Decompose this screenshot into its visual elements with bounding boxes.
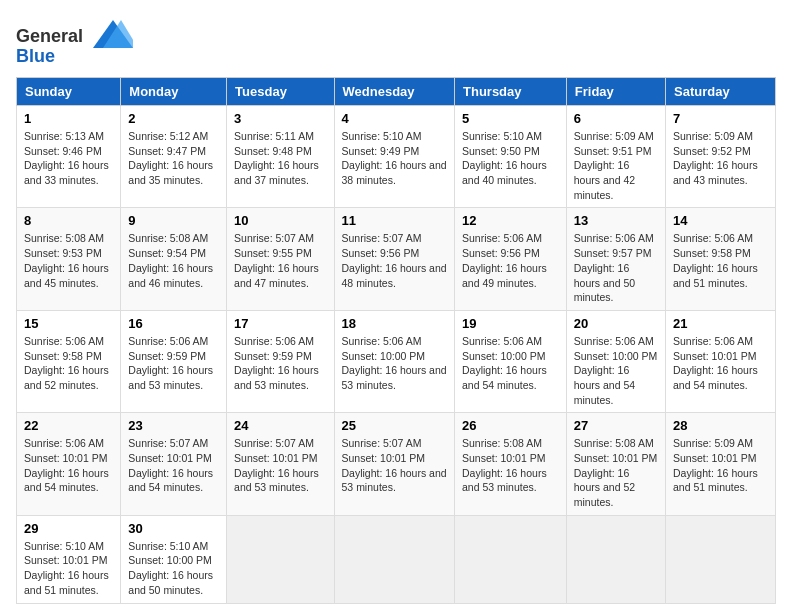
day-detail: Sunrise: 5:10 AM Sunset: 9:49 PM Dayligh… [342, 129, 447, 188]
day-number: 14 [673, 213, 768, 228]
day-detail: Sunrise: 5:07 AM Sunset: 10:01 PM Daylig… [128, 436, 219, 495]
day-number: 21 [673, 316, 768, 331]
table-row: 3 Sunrise: 5:11 AM Sunset: 9:48 PM Dayli… [227, 106, 334, 208]
day-number: 18 [342, 316, 447, 331]
day-detail: Sunrise: 5:07 AM Sunset: 9:55 PM Dayligh… [234, 231, 326, 290]
day-number: 11 [342, 213, 447, 228]
day-number: 29 [24, 521, 113, 536]
day-number: 2 [128, 111, 219, 126]
day-number: 19 [462, 316, 559, 331]
day-detail: Sunrise: 5:06 AM Sunset: 9:59 PM Dayligh… [128, 334, 219, 393]
table-row: 24 Sunrise: 5:07 AM Sunset: 10:01 PM Day… [227, 413, 334, 515]
day-detail: Sunrise: 5:10 AM Sunset: 10:00 PM Daylig… [128, 539, 219, 598]
table-row: 4 Sunrise: 5:10 AM Sunset: 9:49 PM Dayli… [334, 106, 454, 208]
table-row [666, 515, 776, 603]
day-detail: Sunrise: 5:06 AM Sunset: 9:58 PM Dayligh… [673, 231, 768, 290]
table-row [334, 515, 454, 603]
header-tuesday: Tuesday [227, 78, 334, 106]
table-row [455, 515, 567, 603]
table-row: 20 Sunrise: 5:06 AM Sunset: 10:00 PM Day… [566, 310, 665, 412]
table-row: 18 Sunrise: 5:06 AM Sunset: 10:00 PM Day… [334, 310, 454, 412]
table-row: 19 Sunrise: 5:06 AM Sunset: 10:00 PM Day… [455, 310, 567, 412]
day-detail: Sunrise: 5:12 AM Sunset: 9:47 PM Dayligh… [128, 129, 219, 188]
table-row: 14 Sunrise: 5:06 AM Sunset: 9:58 PM Dayl… [666, 208, 776, 310]
calendar-week-row: 8 Sunrise: 5:08 AM Sunset: 9:53 PM Dayli… [17, 208, 776, 310]
day-detail: Sunrise: 5:10 AM Sunset: 9:50 PM Dayligh… [462, 129, 559, 188]
table-row: 26 Sunrise: 5:08 AM Sunset: 10:01 PM Day… [455, 413, 567, 515]
table-row: 27 Sunrise: 5:08 AM Sunset: 10:01 PM Day… [566, 413, 665, 515]
logo: General Blue [16, 16, 133, 67]
day-detail: Sunrise: 5:13 AM Sunset: 9:46 PM Dayligh… [24, 129, 113, 188]
header-wednesday: Wednesday [334, 78, 454, 106]
page-header: General Blue [16, 16, 776, 67]
table-row: 8 Sunrise: 5:08 AM Sunset: 9:53 PM Dayli… [17, 208, 121, 310]
day-detail: Sunrise: 5:07 AM Sunset: 10:01 PM Daylig… [342, 436, 447, 495]
day-number: 17 [234, 316, 326, 331]
day-detail: Sunrise: 5:06 AM Sunset: 10:01 PM Daylig… [673, 334, 768, 393]
day-number: 27 [574, 418, 658, 433]
day-detail: Sunrise: 5:06 AM Sunset: 10:00 PM Daylig… [462, 334, 559, 393]
table-row: 1 Sunrise: 5:13 AM Sunset: 9:46 PM Dayli… [17, 106, 121, 208]
day-number: 24 [234, 418, 326, 433]
table-row: 5 Sunrise: 5:10 AM Sunset: 9:50 PM Dayli… [455, 106, 567, 208]
day-detail: Sunrise: 5:07 AM Sunset: 10:01 PM Daylig… [234, 436, 326, 495]
day-detail: Sunrise: 5:06 AM Sunset: 9:57 PM Dayligh… [574, 231, 658, 304]
table-row: 30 Sunrise: 5:10 AM Sunset: 10:00 PM Day… [121, 515, 227, 603]
table-row: 25 Sunrise: 5:07 AM Sunset: 10:01 PM Day… [334, 413, 454, 515]
header-thursday: Thursday [455, 78, 567, 106]
table-row: 15 Sunrise: 5:06 AM Sunset: 9:58 PM Dayl… [17, 310, 121, 412]
day-number: 5 [462, 111, 559, 126]
day-detail: Sunrise: 5:08 AM Sunset: 10:01 PM Daylig… [574, 436, 658, 509]
table-row: 13 Sunrise: 5:06 AM Sunset: 9:57 PM Dayl… [566, 208, 665, 310]
day-detail: Sunrise: 5:08 AM Sunset: 10:01 PM Daylig… [462, 436, 559, 495]
header-friday: Friday [566, 78, 665, 106]
table-row [566, 515, 665, 603]
table-row: 2 Sunrise: 5:12 AM Sunset: 9:47 PM Dayli… [121, 106, 227, 208]
day-number: 23 [128, 418, 219, 433]
logo-general-text: General [16, 26, 83, 47]
table-row: 16 Sunrise: 5:06 AM Sunset: 9:59 PM Dayl… [121, 310, 227, 412]
logo-icon [83, 16, 133, 56]
day-detail: Sunrise: 5:06 AM Sunset: 10:00 PM Daylig… [574, 334, 658, 407]
calendar-week-row: 15 Sunrise: 5:06 AM Sunset: 9:58 PM Dayl… [17, 310, 776, 412]
day-number: 1 [24, 111, 113, 126]
day-number: 3 [234, 111, 326, 126]
day-number: 20 [574, 316, 658, 331]
day-detail: Sunrise: 5:11 AM Sunset: 9:48 PM Dayligh… [234, 129, 326, 188]
logo-blue-text: Blue [16, 46, 55, 67]
day-detail: Sunrise: 5:07 AM Sunset: 9:56 PM Dayligh… [342, 231, 447, 290]
day-detail: Sunrise: 5:08 AM Sunset: 9:53 PM Dayligh… [24, 231, 113, 290]
calendar-week-row: 1 Sunrise: 5:13 AM Sunset: 9:46 PM Dayli… [17, 106, 776, 208]
day-number: 15 [24, 316, 113, 331]
table-row: 21 Sunrise: 5:06 AM Sunset: 10:01 PM Day… [666, 310, 776, 412]
calendar-week-row: 22 Sunrise: 5:06 AM Sunset: 10:01 PM Day… [17, 413, 776, 515]
day-detail: Sunrise: 5:06 AM Sunset: 9:58 PM Dayligh… [24, 334, 113, 393]
day-detail: Sunrise: 5:09 AM Sunset: 9:52 PM Dayligh… [673, 129, 768, 188]
header-saturday: Saturday [666, 78, 776, 106]
table-row: 6 Sunrise: 5:09 AM Sunset: 9:51 PM Dayli… [566, 106, 665, 208]
day-number: 13 [574, 213, 658, 228]
table-row: 28 Sunrise: 5:09 AM Sunset: 10:01 PM Day… [666, 413, 776, 515]
table-row: 22 Sunrise: 5:06 AM Sunset: 10:01 PM Day… [17, 413, 121, 515]
day-detail: Sunrise: 5:09 AM Sunset: 10:01 PM Daylig… [673, 436, 768, 495]
table-row: 9 Sunrise: 5:08 AM Sunset: 9:54 PM Dayli… [121, 208, 227, 310]
day-number: 6 [574, 111, 658, 126]
day-detail: Sunrise: 5:06 AM Sunset: 10:01 PM Daylig… [24, 436, 113, 495]
day-detail: Sunrise: 5:10 AM Sunset: 10:01 PM Daylig… [24, 539, 113, 598]
day-number: 12 [462, 213, 559, 228]
day-number: 4 [342, 111, 447, 126]
header-sunday: Sunday [17, 78, 121, 106]
day-detail: Sunrise: 5:06 AM Sunset: 9:56 PM Dayligh… [462, 231, 559, 290]
day-number: 28 [673, 418, 768, 433]
calendar-week-row: 29 Sunrise: 5:10 AM Sunset: 10:01 PM Day… [17, 515, 776, 603]
table-row: 7 Sunrise: 5:09 AM Sunset: 9:52 PM Dayli… [666, 106, 776, 208]
weekday-header-row: Sunday Monday Tuesday Wednesday Thursday… [17, 78, 776, 106]
table-row [227, 515, 334, 603]
day-number: 22 [24, 418, 113, 433]
table-row: 17 Sunrise: 5:06 AM Sunset: 9:59 PM Dayl… [227, 310, 334, 412]
table-row: 11 Sunrise: 5:07 AM Sunset: 9:56 PM Dayl… [334, 208, 454, 310]
table-row: 12 Sunrise: 5:06 AM Sunset: 9:56 PM Dayl… [455, 208, 567, 310]
day-detail: Sunrise: 5:09 AM Sunset: 9:51 PM Dayligh… [574, 129, 658, 202]
header-monday: Monday [121, 78, 227, 106]
day-detail: Sunrise: 5:06 AM Sunset: 10:00 PM Daylig… [342, 334, 447, 393]
